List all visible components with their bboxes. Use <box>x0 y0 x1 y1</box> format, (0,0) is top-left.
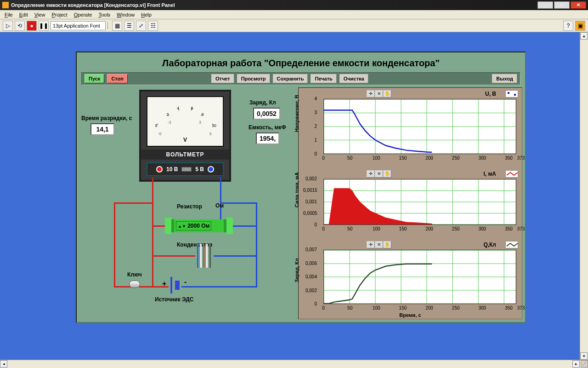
abort-button[interactable]: ● <box>27 21 37 31</box>
time-label: Время разрядки, с <box>81 115 132 121</box>
range-slider[interactable] <box>181 167 192 172</box>
front-panel-canvas: Лабораторная работа "Определение емкости… <box>0 32 580 360</box>
scroll-right-icon[interactable]: ▸ <box>572 360 580 368</box>
wire-red <box>152 255 195 257</box>
circuit-area: Время разрядки, с 14,1 Заряд, Кл 0,0052 … <box>79 87 295 319</box>
exit-button[interactable]: Выход <box>492 74 517 83</box>
chart-series-label: U, В <box>485 91 496 97</box>
wire-blue <box>256 202 257 287</box>
pause-button[interactable]: ❚❚ <box>39 21 49 31</box>
range-5v: 5 В <box>195 166 204 172</box>
maximize-button[interactable]: □ <box>554 1 570 9</box>
chart-plot-area[interactable] <box>323 99 516 154</box>
align-button[interactable]: ▦ <box>112 21 122 31</box>
chart-zoom-icon[interactable]: ✛ <box>367 241 375 248</box>
chart-ylabel: Заряд, Кл <box>294 258 300 282</box>
charge-label: Заряд, Кл <box>249 99 276 106</box>
distribute-button[interactable]: ☰ <box>124 21 134 31</box>
chart-zoom-icon[interactable]: ✛ <box>367 170 375 178</box>
voltmeter-unit: V <box>183 137 187 143</box>
wire-red <box>114 202 115 287</box>
chart-hand-icon[interactable]: ✋ <box>383 90 391 98</box>
menu-file[interactable]: File <box>2 11 16 18</box>
horizontal-scrollbar[interactable]: ◂ ▸ ⋰ <box>0 360 588 368</box>
stop-button[interactable]: Стоп <box>107 74 128 83</box>
chart-pan-icon[interactable]: ⤧ <box>375 241 383 248</box>
wire-blue <box>181 286 257 288</box>
scroll-up-icon[interactable]: ▴ <box>580 32 588 40</box>
svg-text:0: 0 <box>155 123 158 128</box>
voltmeter: 024 6810 -5-3 35 V ВОЛЬТМЕТР <box>139 90 231 182</box>
vertical-scrollbar[interactable]: ▴ ▾ <box>580 32 588 360</box>
chart-pan-icon[interactable]: ⤧ <box>375 90 383 98</box>
block-diagram-button[interactable]: ▣ <box>575 21 585 31</box>
time-value: 14,1 <box>90 123 114 135</box>
menubar: File Edit View Project Operate Tools Win… <box>0 10 588 19</box>
menu-operate[interactable]: Operate <box>71 11 95 18</box>
wire-red <box>114 202 153 204</box>
chart-hand-icon[interactable]: ✋ <box>383 170 391 178</box>
toolbar: ▷ ⟲ ● ❚❚ ▦ ☰ ⤢ ☷ ? ▣ <box>0 19 588 32</box>
chart-ylabel: Сила тока, мА <box>294 172 300 207</box>
chart-zoom-icon[interactable]: ✛ <box>367 90 375 98</box>
minimize-button[interactable]: _ <box>537 1 553 9</box>
chart-legend-swatch[interactable] <box>505 90 518 98</box>
chart-legend-swatch[interactable] <box>505 241 518 248</box>
plus-sign: + <box>162 280 166 288</box>
wire-red <box>152 178 153 286</box>
menu-view[interactable]: View <box>32 11 48 18</box>
chart-hand-icon[interactable]: ✋ <box>383 241 391 248</box>
capacitor <box>196 244 212 268</box>
chart-plot-area[interactable] <box>323 250 516 304</box>
scroll-left-icon[interactable]: ◂ <box>0 360 7 368</box>
svg-text:2: 2 <box>166 112 169 117</box>
svg-text:5: 5 <box>209 132 212 136</box>
capacitance-label: Емкость, мкФ <box>249 124 286 131</box>
svg-text:-5: -5 <box>158 132 162 136</box>
report-button[interactable]: Отчет <box>211 74 234 83</box>
switch-control[interactable] <box>129 281 140 288</box>
preview-button[interactable]: Просмотр <box>237 74 270 83</box>
svg-text:3: 3 <box>199 120 201 125</box>
voltmeter-scale: 024 6810 -5-3 35 <box>155 106 216 136</box>
print-button[interactable]: Печать <box>311 74 336 83</box>
resize-grip-icon[interactable]: ⋰ <box>581 360 588 368</box>
scroll-down-icon[interactable]: ▾ <box>580 352 588 360</box>
menu-tools[interactable]: Tools <box>96 11 113 18</box>
wire-blue <box>220 202 257 204</box>
chart-xlabel: Время, с <box>399 312 421 318</box>
chart-legend-swatch[interactable] <box>505 170 518 178</box>
charge-value: 0,0052 <box>253 108 280 120</box>
toolbar-divider <box>107 22 110 29</box>
menu-project[interactable]: Project <box>49 11 70 18</box>
chart-pan-icon[interactable]: ⤧ <box>375 170 383 178</box>
menu-help[interactable]: Help <box>138 11 154 18</box>
chart-voltage: ✛ ⤧ ✋ U, В Напряжение, В 012340501001502… <box>300 90 520 167</box>
resistor-label: Резистор <box>177 203 202 210</box>
save-button[interactable]: Сохранить <box>273 74 308 83</box>
charts-panel: ✛ ⤧ ✋ U, В Напряжение, В 012340501001502… <box>298 87 522 319</box>
chart-series-label: I, мА <box>483 171 496 177</box>
reorder-button[interactable]: ☷ <box>148 21 158 31</box>
resistor-unit: Ом <box>215 202 224 209</box>
window-titlebar: Определение емкости конденсатора [Конден… <box>0 0 588 10</box>
chart-plot-area[interactable] <box>323 179 516 225</box>
font-selector[interactable] <box>51 21 106 30</box>
chart-charge: ✛ ⤧ ✋ Q,Кл Заряд, Кл 00,0020,0040,0060,0… <box>300 241 520 317</box>
menu-window[interactable]: Window <box>114 11 137 18</box>
minus-sign: - <box>184 278 187 286</box>
capacitance-value: 1954, <box>256 132 279 144</box>
voltmeter-name: ВОЛЬТМЕТР <box>141 150 229 160</box>
help-button[interactable]: ? <box>563 21 573 31</box>
menu-edit[interactable]: Edit <box>17 11 31 18</box>
resize-button[interactable]: ⤢ <box>136 21 146 31</box>
button-row: Пуск Стоп Отчет Просмотр Сохранить Печат… <box>81 72 520 85</box>
chart-series-label: Q,Кл <box>483 242 496 248</box>
clear-button[interactable]: Очистка <box>339 74 368 83</box>
resistor-value[interactable]: ▲▼ 2000 Ом <box>176 221 211 230</box>
run-continuous-button[interactable]: ⟲ <box>15 21 25 31</box>
window-title: Определение емкости конденсатора [Конден… <box>11 2 175 8</box>
run-button[interactable]: ▷ <box>3 21 13 31</box>
start-button[interactable]: Пуск <box>85 74 104 83</box>
close-button[interactable]: ✕ <box>571 1 586 9</box>
